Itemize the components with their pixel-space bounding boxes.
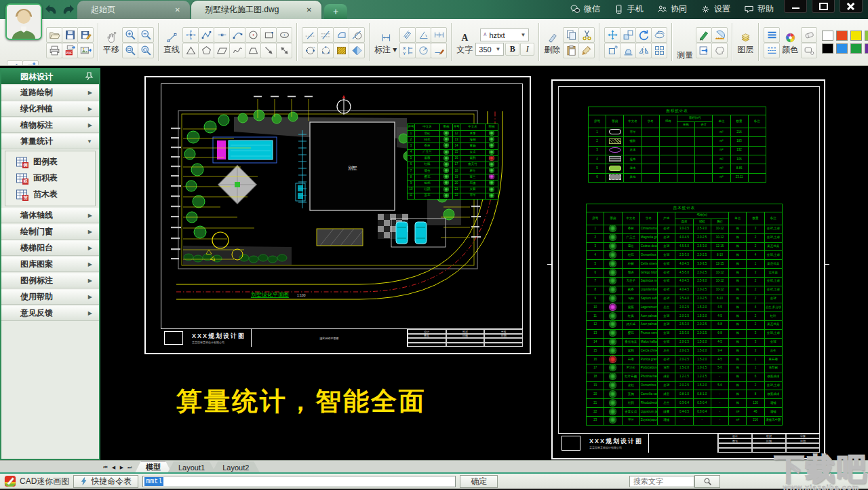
copy-button[interactable] xyxy=(563,27,579,43)
zoom-previous-button[interactable] xyxy=(138,43,154,58)
line-type-button[interactable] xyxy=(764,43,780,58)
menu-item-help[interactable]: 帮助 xyxy=(738,2,780,16)
color-swatch-6[interactable] xyxy=(850,43,862,54)
arrow-tool-button[interactable] xyxy=(260,43,277,58)
layers-button[interactable] xyxy=(738,30,754,45)
color-swatch-7[interactable] xyxy=(865,43,868,54)
circle-tool-button[interactable] xyxy=(245,27,261,43)
gradient-tool-button[interactable] xyxy=(349,43,365,58)
polyline-tool-button[interactable] xyxy=(198,27,214,43)
nav-forward-icon[interactable] xyxy=(61,3,75,16)
save-button[interactable] xyxy=(62,27,78,43)
export-pdf-button[interactable]: PDF xyxy=(62,43,78,58)
color-swatch-3[interactable] xyxy=(865,31,868,41)
sidebar-subitem-0[interactable]: 例图例表 xyxy=(5,153,95,170)
mirror-button[interactable] xyxy=(635,43,652,58)
arc-tool-button[interactable] xyxy=(229,27,245,43)
line-width-button[interactable] xyxy=(764,27,780,43)
sidebar-item-bottom-6[interactable]: 意见反馈▶ xyxy=(1,305,99,321)
hatch-tool-button[interactable] xyxy=(333,43,349,58)
minimize-button[interactable] xyxy=(784,0,807,13)
measure-angle-button[interactable] xyxy=(711,27,728,43)
menu-item-wechat[interactable]: 微信 xyxy=(564,2,606,16)
color-swatch-1[interactable] xyxy=(836,31,848,41)
pie-tool-button[interactable] xyxy=(333,27,349,43)
sidebar-subitem-2[interactable]: 苗苗木表 xyxy=(5,186,95,202)
offset-button[interactable] xyxy=(620,43,636,58)
tab-drawing[interactable]: 别墅绿化施工图.dwg ✕ xyxy=(191,1,321,19)
new-file-button[interactable] xyxy=(22,60,39,66)
model-tab-0[interactable]: 模型 xyxy=(135,461,172,473)
move-button[interactable] xyxy=(604,27,620,43)
menu-item-gear[interactable]: 设置 xyxy=(694,2,736,16)
region-button[interactable] xyxy=(801,43,817,58)
sidebar-item-bottom-3[interactable]: 图库图案▶ xyxy=(1,257,99,272)
sidebar-item-bottom-2[interactable]: 楼梯阳台▶ xyxy=(1,240,99,256)
bold-button[interactable]: B xyxy=(505,43,519,56)
array-button[interactable] xyxy=(651,43,667,58)
line-tool-button[interactable] xyxy=(164,30,180,45)
format-painter-button[interactable] xyxy=(578,43,595,58)
xline-tool-button[interactable] xyxy=(317,27,334,43)
circle-3p-tool-button[interactable] xyxy=(317,43,334,58)
tangent-tool-button[interactable] xyxy=(349,27,365,43)
spline-tool-button[interactable] xyxy=(229,43,245,58)
undo-button[interactable] xyxy=(7,60,23,66)
circle-2p-tool-button[interactable] xyxy=(302,43,318,58)
prev-tab-icon[interactable]: ◀ xyxy=(110,463,117,472)
triangle-tool-button[interactable] xyxy=(182,43,199,58)
trapezoid-tool-button[interactable] xyxy=(245,43,261,58)
paste-button[interactable] xyxy=(563,43,579,58)
search-input[interactable] xyxy=(629,476,694,487)
color-swatch-4[interactable] xyxy=(822,43,833,54)
nav-back-icon[interactable] xyxy=(45,3,58,16)
sidebar-subitem-1[interactable]: 积面积表 xyxy=(5,170,95,186)
rectangle-tool-button[interactable] xyxy=(260,27,277,43)
color-swatch-0[interactable] xyxy=(822,31,833,41)
confirm-button[interactable]: 确定 xyxy=(460,475,498,488)
zoom-in-button[interactable] xyxy=(122,27,138,43)
user-avatar[interactable] xyxy=(5,3,42,40)
wipeout-button[interactable] xyxy=(801,27,817,43)
sidebar-item-top-2[interactable]: 植物标注▶ xyxy=(1,117,99,133)
print-button[interactable] xyxy=(46,43,62,58)
font-size-select[interactable]: 350 ▼ xyxy=(475,43,504,56)
continue-dim-button[interactable] xyxy=(431,27,447,43)
ordinate-dim-button[interactable]: XY xyxy=(399,43,416,58)
sidebar-item-top-0[interactable]: 道路绘制▶ xyxy=(1,85,99,100)
sidebar-item-bottom-1[interactable]: 绘制门窗▶ xyxy=(1,224,99,240)
menu-item-phone[interactable]: 手机 xyxy=(608,2,650,16)
model-tab-1[interactable]: Layout1 xyxy=(167,461,216,473)
polygon-tool-button[interactable] xyxy=(198,43,214,58)
tab-start-page[interactable]: 起始页 ✕ xyxy=(77,1,190,19)
font-select[interactable]: ᴬ hztxt ▼ xyxy=(480,29,529,41)
delete-button[interactable] xyxy=(545,30,561,45)
leader-dim-button[interactable] xyxy=(431,43,447,58)
maximize-button[interactable] xyxy=(812,0,835,13)
next-tab-icon[interactable]: ▶ xyxy=(118,463,125,472)
menu-item-collab[interactable]: 协同 xyxy=(651,2,693,16)
measure-area-button[interactable] xyxy=(711,43,728,58)
measure-draw-button[interactable] xyxy=(696,27,712,43)
mline-tool-button[interactable] xyxy=(214,27,230,43)
scale-button[interactable] xyxy=(620,27,636,43)
sidebar-item-bottom-5[interactable]: 使用帮助▶ xyxy=(1,289,99,305)
tab-close-icon[interactable]: ✕ xyxy=(298,6,312,14)
sidebar-item-top-1[interactable]: 绿化种植▶ xyxy=(1,101,99,117)
sidebar-header[interactable]: 园林设计 xyxy=(1,69,99,84)
color-swatch-2[interactable] xyxy=(850,31,862,41)
parallelogram-tool-button[interactable] xyxy=(214,43,230,58)
last-tab-icon[interactable]: ⏭ xyxy=(126,463,134,472)
quick-command-button[interactable]: 快捷命令表 xyxy=(73,475,138,488)
italic-button[interactable]: I xyxy=(520,43,534,56)
sidebar-item-bottom-0[interactable]: 墙体轴线▶ xyxy=(1,208,99,223)
measure-export-button[interactable] xyxy=(696,43,712,58)
model-tab-2[interactable]: Layout2 xyxy=(212,461,260,473)
sidebar-item-top-3[interactable]: 算量统计▼ xyxy=(1,134,99,149)
double-arrow-tool-button[interactable] xyxy=(276,43,292,58)
ellipse-tool-button[interactable] xyxy=(276,27,292,43)
dimension-button[interactable] xyxy=(378,30,394,45)
open-button[interactable] xyxy=(46,27,62,43)
search-button[interactable] xyxy=(694,475,720,488)
export-image-button[interactable] xyxy=(77,43,94,58)
